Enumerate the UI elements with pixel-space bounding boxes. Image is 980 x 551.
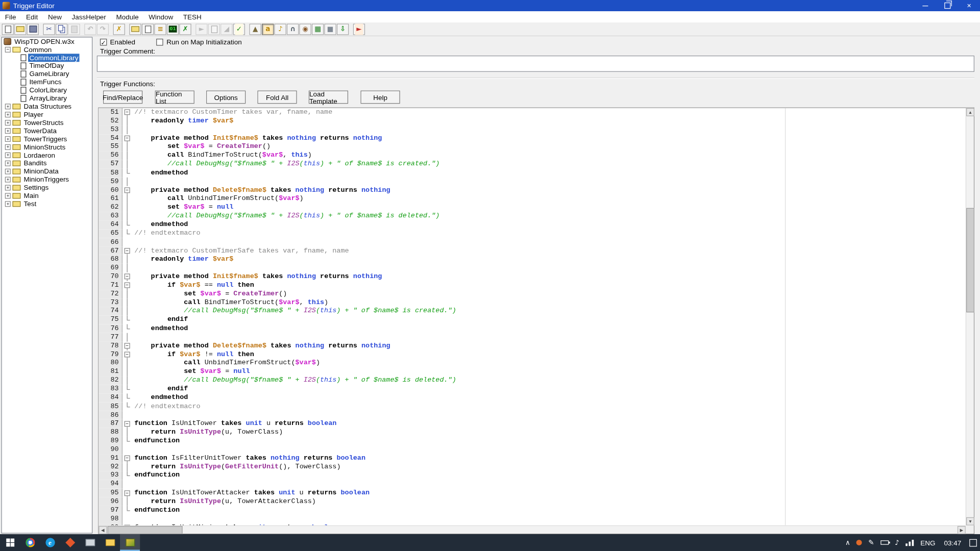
tree-item-settings[interactable]: +Settings xyxy=(2,184,92,192)
code-line-56[interactable]: 56 call BindTimerToStruct($var$, this) xyxy=(99,152,965,160)
scroll-left-button[interactable]: ◀ xyxy=(99,526,107,534)
fold-all-button[interactable]: Fold All xyxy=(257,91,297,104)
expand-icon[interactable]: + xyxy=(5,177,11,183)
fold-margin[interactable]: − xyxy=(122,281,133,290)
horizontal-scrollbar[interactable]: ◀ ▶ xyxy=(99,525,965,534)
tree-item-colorlibrary[interactable]: ColorLibrary xyxy=(2,86,92,94)
code-line-93[interactable]: 93endfunction xyxy=(99,471,965,480)
run-trigger-button[interactable]: ► xyxy=(195,23,207,35)
menu-file[interactable]: File xyxy=(0,11,21,22)
taskbar-edge-button[interactable]: e xyxy=(40,534,60,551)
taskbar-explorer-button[interactable] xyxy=(100,534,120,551)
object-manager-button[interactable]: ■ xyxy=(325,23,336,35)
code-line-84[interactable]: 84 endmethod xyxy=(99,393,965,402)
help-button[interactable]: Help xyxy=(361,91,400,104)
code-line-67[interactable]: 67−//! textmacro CustomTimerSafe takes v… xyxy=(99,246,965,255)
code-line-95[interactable]: 95−function IsUnitTowerAttacker takes un… xyxy=(99,489,965,497)
expand-icon[interactable]: + xyxy=(5,161,11,166)
close-button[interactable]: ✕ xyxy=(958,0,980,11)
tree-item-player[interactable]: +Player xyxy=(2,111,92,119)
tree-item-commonlibrary[interactable]: CommonLibrary xyxy=(2,54,92,62)
taskbar-monitor-button[interactable] xyxy=(80,534,100,551)
tree-item-bandits[interactable]: +Bandits xyxy=(2,159,92,167)
sound-editor-button[interactable]: ♪ xyxy=(275,23,286,35)
tray-app-button[interactable] xyxy=(853,534,865,551)
code-line-63[interactable]: 63 //call DebugMsg("$fname$ " + I2S(this… xyxy=(99,212,965,220)
script-editor-button[interactable]: a xyxy=(262,23,274,35)
tree-item-timeofday[interactable]: TimeOfDay xyxy=(2,62,92,70)
code-line-68[interactable]: 68 readonly timer $var$ xyxy=(99,255,965,264)
code-line-62[interactable]: 62 set $var$ = null xyxy=(99,203,965,212)
fold-margin[interactable]: − xyxy=(122,454,133,463)
code-line-92[interactable]: 92 return IsUnitType(GetFilterUnit(), To… xyxy=(99,463,965,471)
code-line-87[interactable]: 87−function IsUnitTower takes unit u ret… xyxy=(99,419,965,428)
minimize-button[interactable] xyxy=(914,0,936,11)
import-manager-button[interactable]: ⇩ xyxy=(337,23,349,35)
paste-button[interactable] xyxy=(68,23,80,35)
tree-item-wisptd-open-w3x[interactable]: WispTD OPEN.w3x xyxy=(2,37,92,45)
tree-item-miniondata[interactable]: +MinionData xyxy=(2,167,92,176)
copy-button[interactable] xyxy=(56,23,67,35)
tray-network-button[interactable] xyxy=(902,534,917,551)
code-line-71[interactable]: 71− if $var$ == null then xyxy=(99,281,965,290)
code-line-90[interactable]: 90 xyxy=(99,445,965,454)
code-line-66[interactable]: 66 xyxy=(99,238,965,246)
code-line-94[interactable]: 94 xyxy=(99,480,965,489)
expand-icon[interactable]: + xyxy=(5,144,11,150)
vertical-scrollbar[interactable]: ▲ ▼ xyxy=(966,108,974,525)
code-line-55[interactable]: 55 set $var$ = CreateTimer() xyxy=(99,143,965,152)
tray-chevron-button[interactable]: ∧ xyxy=(842,534,853,551)
clock[interactable]: 03:47 xyxy=(939,539,966,546)
open-button[interactable] xyxy=(14,23,26,35)
restore-button[interactable] xyxy=(936,0,958,11)
scroll-down-button[interactable]: ▼ xyxy=(966,517,974,525)
code-line-53[interactable]: 53 xyxy=(99,126,965,134)
object-editor-button[interactable]: ∩ xyxy=(287,23,299,35)
tree-item-towerdata[interactable]: +TowerData xyxy=(2,127,92,135)
scroll-right-button[interactable]: ▶ xyxy=(958,526,966,534)
new-script-button[interactable]: 01 xyxy=(167,23,179,35)
fold-margin[interactable]: − xyxy=(122,350,133,359)
fold-margin[interactable]: − xyxy=(122,272,133,281)
expand-icon[interactable]: + xyxy=(5,185,11,190)
code-line-69[interactable]: 69 xyxy=(99,264,965,272)
code-line-81[interactable]: 81 set $var$ = null xyxy=(99,367,965,376)
menu-tesh[interactable]: TESH xyxy=(178,11,207,22)
fold-margin[interactable]: − xyxy=(122,186,133,194)
tray-pen-button[interactable]: ✎ xyxy=(865,534,877,551)
preview-button[interactable] xyxy=(208,23,220,35)
tree-item-miniontriggers[interactable]: +MinionTriggers xyxy=(2,176,92,184)
enabled-checkbox[interactable]: ✓ xyxy=(100,38,107,45)
code-line-79[interactable]: 79− if $var$ != null then xyxy=(99,350,965,359)
expand-icon[interactable]: + xyxy=(5,120,11,126)
save-button[interactable] xyxy=(27,23,39,35)
tree-item-data-structures[interactable]: +Data Structures xyxy=(2,103,92,111)
checklist-button[interactable]: ✓ xyxy=(233,23,245,35)
fold-collapse-icon[interactable]: − xyxy=(125,110,130,115)
options-button[interactable]: Options xyxy=(206,91,246,104)
code-line-77[interactable]: 77 xyxy=(99,333,965,342)
run-on-init-checkbox[interactable] xyxy=(157,38,163,45)
syntax-check-button[interactable]: ✗ xyxy=(179,23,191,35)
new-trigger-button[interactable] xyxy=(142,23,154,35)
trigger-comment-input[interactable] xyxy=(97,56,974,72)
tray-battery-button[interactable] xyxy=(877,534,892,551)
fold-collapse-icon[interactable]: − xyxy=(125,283,130,288)
expand-icon[interactable]: + xyxy=(5,153,11,158)
tree-item-arraylibrary[interactable]: ArrayLibrary xyxy=(2,94,92,103)
code-line-91[interactable]: 91−function IsFilterUnitTower takes noth… xyxy=(99,454,965,463)
menu-jasshelper[interactable]: JassHelper xyxy=(67,11,111,22)
expand-icon[interactable]: + xyxy=(5,136,11,142)
redo-button[interactable]: ↷ xyxy=(97,23,109,35)
find-replace-button[interactable]: Find/Replace xyxy=(103,91,142,104)
code-line-82[interactable]: 82 //call DebugMsg("$fname$ " + I2S(this… xyxy=(99,376,965,385)
code-line-76[interactable]: 76 endmethod xyxy=(99,324,965,333)
expand-icon[interactable]: + xyxy=(5,128,11,134)
code-lines[interactable]: 51−//! textmacro CustomTimer takes var, … xyxy=(99,108,965,525)
code-line-78[interactable]: 78− private method Delete$fname$ takes n… xyxy=(99,342,965,350)
fold-margin[interactable]: − xyxy=(122,246,133,255)
tree-item-common[interactable]: −Common xyxy=(2,45,92,54)
tree-item-towerstructs[interactable]: +TowerStructs xyxy=(2,119,92,127)
new-button[interactable] xyxy=(2,23,14,35)
tree-item-gamelibrary[interactable]: GameLibrary xyxy=(2,70,92,78)
